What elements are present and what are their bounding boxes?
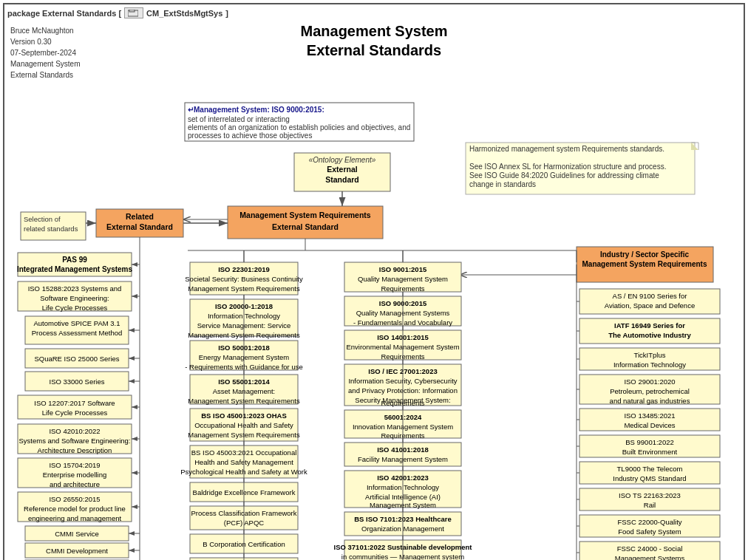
main-container: package External Standards [ CM_ExtStdsM…: [3, 3, 745, 560]
svg-text:engineering and management: engineering and management: [28, 514, 122, 522]
svg-text:BS 99001:2022: BS 99001:2022: [625, 438, 674, 446]
svg-text:AS / EN 9100 Series for: AS / EN 9100 Series for: [613, 292, 687, 300]
svg-text:ISO 12207:2017 Software: ISO 12207:2017 Software: [34, 399, 115, 407]
svg-text:External Standard: External Standard: [106, 222, 173, 231]
package-label: package External Standards [: [7, 9, 121, 18]
svg-text:Standard: Standard: [325, 175, 359, 184]
svg-text:ISO 33000 Series: ISO 33000 Series: [50, 378, 105, 386]
svg-text:Information Technology: Information Technology: [613, 361, 686, 369]
svg-text:CMMI Development: CMMI Development: [46, 547, 108, 555]
svg-text:FSSC 22000-Quality: FSSC 22000-Quality: [617, 518, 681, 526]
svg-text:and natural gas industries: and natural gas industries: [610, 397, 690, 405]
svg-text:ISO 29001:2020: ISO 29001:2020: [624, 378, 675, 386]
package-header: package External Standards [ CM_ExtStdsM…: [7, 7, 741, 18]
svg-text:ISO 9001:2015: ISO 9001:2015: [379, 265, 427, 273]
svg-text:Harmonized management system R: Harmonized management system Requirement…: [469, 145, 664, 153]
svg-rect-1: [129, 10, 135, 12]
svg-text:Selection of: Selection of: [24, 215, 61, 223]
svg-text:↵Management System:  ISO 9000:: ↵Management System: ISO 9000:2015:: [188, 106, 324, 114]
svg-text:Life Cycle Processes: Life Cycle Processes: [42, 304, 108, 312]
svg-text:Software Engineering:: Software Engineering:: [40, 294, 109, 302]
svg-text:related standards: related standards: [24, 225, 78, 233]
svg-text:«Ontology Element»: «Ontology Element»: [309, 156, 376, 164]
svg-text:The Automotive Industry: The Automotive Industry: [608, 331, 691, 339]
svg-text:IATF 16949 Series for: IATF 16949 Series for: [614, 321, 685, 329]
svg-text:External: External: [327, 165, 358, 174]
svg-text:ISO 42010:2022: ISO 42010:2022: [49, 427, 100, 435]
svg-text:Societal Security: Business Co: Societal Security: Business Continuity: [185, 275, 303, 283]
svg-text:ISO 13485:2021: ISO 13485:2021: [624, 412, 675, 420]
svg-text:processes to achieve those obj: processes to achieve those objectives: [188, 132, 312, 140]
meta-line4: External Standards: [10, 69, 81, 81]
svg-text:Aviation, Space and Defence: Aviation, Space and Defence: [605, 301, 695, 310]
svg-text:Quality Management System: Quality Management System: [358, 275, 448, 283]
svg-text:Industry QMS Standard: Industry QMS Standard: [613, 474, 686, 482]
svg-text:ISO TS 22163:2023: ISO TS 22163:2023: [619, 491, 681, 499]
svg-text:Medical Devices: Medical Devices: [624, 421, 675, 429]
svg-text:Management System Requirements: Management System Requirements: [188, 284, 300, 293]
svg-text:Built Environment: Built Environment: [622, 448, 678, 456]
svg-text:Petroleum, petrochemical: Petroleum, petrochemical: [610, 387, 690, 395]
svg-text:change in standards: change in standards: [469, 180, 536, 188]
svg-text:set of interrelated or interac: set of interrelated or interacting: [188, 115, 290, 123]
meta-author: Bruce McNaughton: [10, 25, 81, 36]
svg-text:Integrated Management Systems: Integrated Management Systems: [17, 265, 133, 273]
svg-text:ISO 26550:2015: ISO 26550:2015: [49, 495, 100, 503]
svg-text:SQuaRE ISO 25000 Series: SQuaRE ISO 25000 Series: [34, 355, 119, 363]
svg-text:ISO 22301:2019: ISO 22301:2019: [218, 265, 270, 273]
diagram-svg: ↵Management System: ISO 9000:2015: set o…: [7, 64, 747, 560]
svg-text:CMMI Service: CMMI Service: [55, 530, 99, 538]
svg-text:Automotive SPICE PAM 3.1: Automotive SPICE PAM 3.1: [33, 319, 120, 327]
svg-text:ISO 15288:2023 Systems and: ISO 15288:2023 Systems and: [28, 284, 122, 293]
svg-text:Industry / Sector Specific: Industry / Sector Specific: [600, 250, 689, 259]
svg-text:External Standard: External Standard: [272, 222, 339, 231]
svg-text:See ISO Guide 84:2020 Guidelin: See ISO Guide 84:2020 Guidelines for add…: [469, 171, 659, 180]
svg-text:Management System Requirements: Management System Requirements: [582, 260, 707, 268]
svg-text:Life Cycle Processes: Life Cycle Processes: [42, 409, 108, 417]
svg-text:Rail: Rail: [644, 501, 656, 509]
meta-line3: Management System: [10, 58, 81, 69]
svg-text:Management Systems: Management Systems: [615, 554, 685, 560]
svg-text:Process Assessment Method: Process Assessment Method: [32, 329, 123, 337]
svg-text:Reference model for product li: Reference model for product line: [24, 505, 126, 513]
svg-text:TickITplus: TickITplus: [634, 351, 666, 359]
svg-text:TL9000 The Telecom: TL9000 The Telecom: [617, 465, 683, 473]
meta-date: 07-September-2024: [10, 47, 81, 58]
svg-text:Management System Requirements: Management System Requirements: [239, 211, 371, 219]
meta-info: Bruce McNaughton Version 0.30 07-Septemb…: [10, 25, 81, 81]
svg-text:Enterprise modelling: Enterprise modelling: [43, 471, 107, 479]
svg-text:See ISO Annex SL for Harmoniza: See ISO Annex SL for Harmonization struc…: [469, 163, 666, 171]
svg-text:Related: Related: [126, 212, 154, 221]
svg-text:PAS 99: PAS 99: [62, 256, 87, 264]
svg-text:ISO 15704:2019: ISO 15704:2019: [49, 461, 100, 469]
svg-text:and architecture: and architecture: [50, 480, 100, 488]
package-name: CM_ExtStdsMgtSys: [146, 9, 222, 18]
svg-text:Architecture Description: Architecture Description: [38, 446, 112, 454]
svg-text:elements of an organization to: elements of an organization to establish…: [188, 123, 410, 132]
package-tag: [124, 7, 143, 18]
svg-text:FSSC 24000 - Social: FSSC 24000 - Social: [617, 544, 683, 553]
svg-text:Systems and Software Engineeri: Systems and Software Engineering:: [18, 437, 130, 445]
svg-text:Food Safety System: Food Safety System: [618, 527, 681, 536]
svg-text:Requirements: Requirements: [381, 284, 424, 293]
meta-version: Version 0.30: [10, 36, 81, 47]
page-title: Management System External Standards: [7, 21, 741, 60]
